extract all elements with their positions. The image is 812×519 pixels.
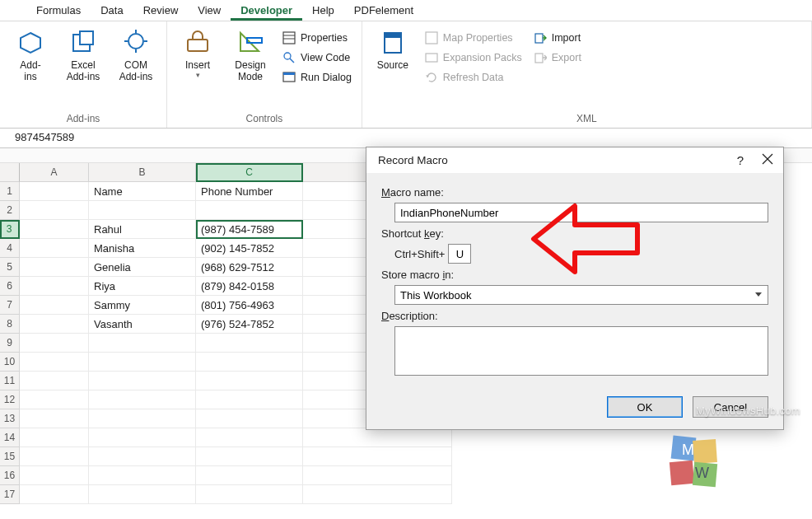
cell-B3[interactable]: Rahul <box>89 220 196 239</box>
row-header-1[interactable]: 1 <box>0 182 20 201</box>
cell-D14[interactable] <box>303 428 452 447</box>
cell-B2[interactable] <box>89 201 196 220</box>
cell-C3[interactable]: (987) 454-7589 <box>196 220 303 239</box>
cell-A5[interactable] <box>20 258 89 277</box>
cell-B4[interactable]: Manisha <box>89 239 196 258</box>
cell-A10[interactable] <box>20 353 89 372</box>
cell-A6[interactable] <box>20 277 89 296</box>
cell-B9[interactable] <box>89 334 196 353</box>
export-button[interactable]: Export <box>530 49 585 66</box>
cell-A12[interactable] <box>20 390 89 409</box>
cell-C8[interactable]: (976) 524-7852 <box>196 315 303 334</box>
cell-A8[interactable] <box>20 315 89 334</box>
map-properties-button[interactable]: Map Properties <box>422 30 525 46</box>
col-header-B[interactable]: B <box>89 163 196 182</box>
cell-D16[interactable] <box>303 466 452 485</box>
cell-C13[interactable] <box>196 409 303 428</box>
cell-A11[interactable] <box>20 372 89 390</box>
cell-D17[interactable] <box>303 485 452 504</box>
store-macro-select[interactable] <box>394 285 768 305</box>
cell-A17[interactable] <box>20 485 89 504</box>
tab-developer[interactable]: Developer <box>231 2 302 21</box>
properties-button[interactable]: Properties <box>279 30 355 46</box>
col-header-A[interactable]: A <box>20 163 89 182</box>
cell-A2[interactable] <box>20 201 89 220</box>
row-header-6[interactable]: 6 <box>0 277 20 296</box>
cell-B10[interactable] <box>89 353 196 372</box>
row-header-14[interactable]: 14 <box>0 428 20 447</box>
view-code-button[interactable]: View Code <box>279 49 355 66</box>
cell-B12[interactable] <box>89 390 196 409</box>
cell-B11[interactable] <box>89 372 196 390</box>
macro-name-input[interactable] <box>394 203 768 222</box>
com-addins-button[interactable]: COM Add-ins <box>112 26 160 86</box>
row-header-13[interactable]: 13 <box>0 409 20 428</box>
excel-addins-button[interactable]: Excel Add-ins <box>59 26 107 86</box>
tab-formulas[interactable]: Formulas <box>26 2 91 21</box>
import-button[interactable]: Import <box>530 30 585 46</box>
cell-C12[interactable] <box>196 390 303 409</box>
cell-A7[interactable] <box>20 296 89 315</box>
row-header-9[interactable]: 9 <box>0 334 20 353</box>
row-header-7[interactable]: 7 <box>0 296 20 315</box>
row-header-16[interactable]: 16 <box>0 466 20 485</box>
cell-A15[interactable] <box>20 447 89 466</box>
tab-pdfelement[interactable]: PDFelement <box>344 2 423 21</box>
expansion-packs-button[interactable]: Expansion Packs <box>422 49 525 66</box>
shortcut-key-input[interactable] <box>448 244 471 264</box>
cancel-button[interactable]: Cancel <box>693 396 768 418</box>
cell-B14[interactable] <box>89 428 196 447</box>
row-header-15[interactable]: 15 <box>0 447 20 466</box>
tab-review[interactable]: Review <box>133 2 189 21</box>
run-dialog-button[interactable]: Run Dialog <box>279 69 355 86</box>
cell-B5[interactable]: Genelia <box>89 258 196 277</box>
cell-B6[interactable]: Riya <box>89 277 196 296</box>
row-header-10[interactable]: 10 <box>0 353 20 372</box>
cell-A1[interactable] <box>20 182 89 201</box>
close-icon[interactable] <box>762 153 773 167</box>
cell-C16[interactable] <box>196 466 303 485</box>
select-all-corner[interactable] <box>0 163 20 182</box>
cell-A16[interactable] <box>20 466 89 485</box>
cell-C1[interactable]: Phone Number <box>196 182 303 201</box>
dialog-titlebar[interactable]: Record Macro ? <box>366 147 783 173</box>
refresh-data-button[interactable]: Refresh Data <box>422 69 525 86</box>
row-header-8[interactable]: 8 <box>0 315 20 334</box>
cell-C5[interactable]: (968) 629-7512 <box>196 258 303 277</box>
tab-data[interactable]: Data <box>91 2 133 21</box>
row-header-4[interactable]: 4 <box>0 239 20 258</box>
cell-B13[interactable] <box>89 409 196 428</box>
row-header-5[interactable]: 5 <box>0 258 20 277</box>
cell-A4[interactable] <box>20 239 89 258</box>
cell-C9[interactable] <box>196 334 303 353</box>
cell-B7[interactable]: Sammy <box>89 296 196 315</box>
cell-B15[interactable] <box>89 447 196 466</box>
row-header-12[interactable]: 12 <box>0 390 20 409</box>
row-header-3[interactable]: 3 <box>0 220 20 239</box>
help-button[interactable]: ? <box>737 153 744 167</box>
cell-A14[interactable] <box>20 428 89 447</box>
cell-C6[interactable]: (879) 842-0158 <box>196 277 303 296</box>
cell-C7[interactable]: (801) 756-4963 <box>196 296 303 315</box>
cell-C10[interactable] <box>196 353 303 372</box>
cell-C17[interactable] <box>196 485 303 504</box>
row-header-2[interactable]: 2 <box>0 201 20 220</box>
cell-B1[interactable]: Name <box>89 182 196 201</box>
tab-help[interactable]: Help <box>302 2 344 21</box>
cell-C15[interactable] <box>196 447 303 466</box>
cell-B16[interactable] <box>89 466 196 485</box>
cell-B8[interactable]: Vasanth <box>89 315 196 334</box>
addins-button[interactable]: Add- ins <box>7 26 54 86</box>
col-header-C[interactable]: C <box>196 163 303 182</box>
cell-C14[interactable] <box>196 428 303 447</box>
cell-C4[interactable]: (902) 145-7852 <box>196 239 303 258</box>
row-header-17[interactable]: 17 <box>0 485 20 504</box>
ok-button[interactable]: OK <box>607 396 683 418</box>
tab-view[interactable]: View <box>188 2 231 21</box>
cell-A13[interactable] <box>20 409 89 428</box>
cell-C11[interactable] <box>196 372 303 390</box>
row-header-11[interactable]: 11 <box>0 372 20 390</box>
cell-B17[interactable] <box>89 485 196 504</box>
cell-D15[interactable] <box>303 447 452 466</box>
cell-A3[interactable] <box>20 220 89 239</box>
